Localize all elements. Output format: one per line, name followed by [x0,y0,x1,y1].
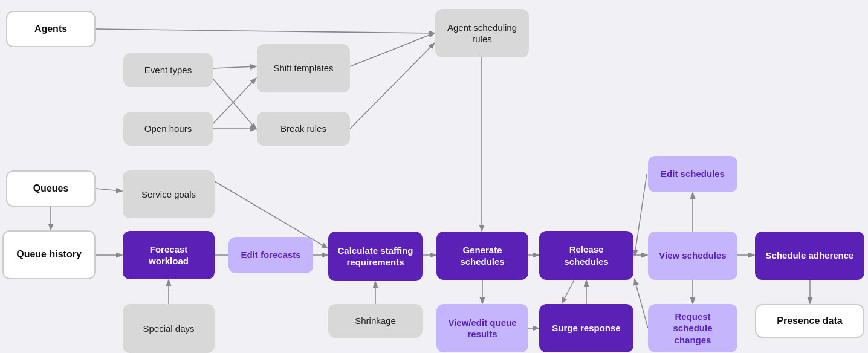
surge-response-node: Surge response [539,304,633,352]
shift-templates-node: Shift templates [257,44,350,92]
edit-forecasts-node: Edit forecasts [228,237,313,273]
svg-line-0 [96,29,434,33]
service-goals-node: Service goals [123,170,215,218]
view-schedules-node: View schedules [648,232,737,280]
svg-line-5 [213,79,256,129]
generate-schedules-node: Generate schedules [436,232,528,280]
svg-line-9 [350,44,434,129]
calculate-staffing-node: Calculate staffing requirements [328,232,423,281]
agents-node: Agents [6,11,96,47]
request-schedule-changes-node: Request schedule changes [648,304,737,352]
queues-node: Queues [6,170,96,207]
svg-line-26 [635,280,648,328]
view-edit-queue-node: View/edit queue results [436,304,528,352]
svg-line-24 [635,174,647,255]
svg-line-6 [213,79,256,124]
agent-scheduling-rules-node: Agent scheduling rules [435,9,529,57]
release-schedules-node: Release schedules [539,231,633,280]
workflow-diagram: AgentsQueuesQueue historyEvent typesShif… [0,0,868,353]
forecast-workload-node: Forecast workload [123,231,215,279]
schedule-adherence-node: Schedule adherence [755,232,864,280]
open-hours-node: Open hours [123,112,213,146]
event-types-node: Event types [123,53,213,87]
break-rules-node: Break rules [257,112,350,146]
special-days-node: Special days [123,304,215,353]
edit-schedules-node: Edit schedules [648,156,737,192]
presence-data-node: Presence data [755,304,864,338]
svg-line-4 [213,66,256,68]
svg-line-22 [562,280,574,303]
svg-line-8 [350,33,434,66]
queue-history-node: Queue history [2,230,96,279]
svg-line-1 [96,189,121,191]
shrinkage-node: Shrinkage [328,304,423,338]
